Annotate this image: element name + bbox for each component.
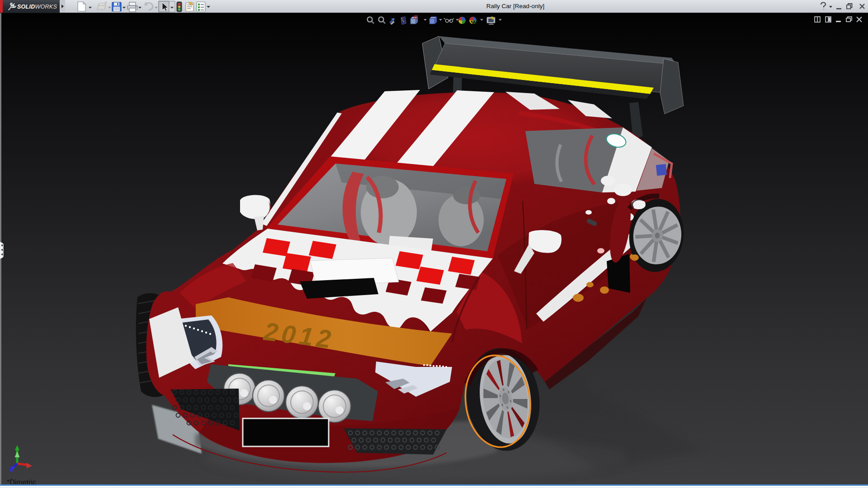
svg-text:SOLIDWORKS: SOLIDWORKS xyxy=(17,4,57,10)
svg-text:Z: Z xyxy=(10,465,15,473)
